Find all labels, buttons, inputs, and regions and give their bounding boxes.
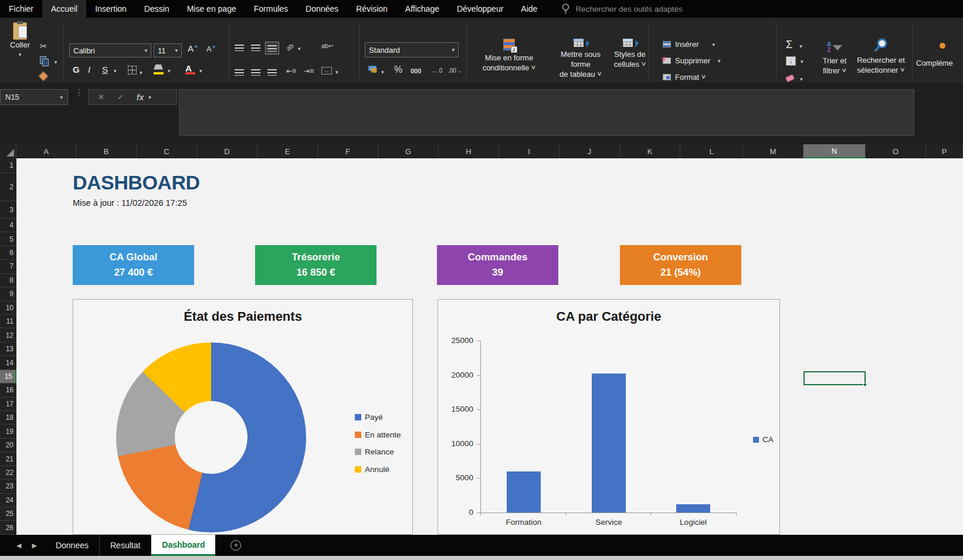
number-format-select[interactable]: Standard▾ xyxy=(365,42,459,57)
row-header-16[interactable]: 16 xyxy=(0,383,16,397)
align-center-icon[interactable] xyxy=(251,69,260,76)
column-header-a[interactable]: A xyxy=(16,144,76,158)
tab-accueil[interactable]: Accueil xyxy=(42,0,86,18)
kpi-card-commandes[interactable]: Commandes39 xyxy=(437,245,558,285)
row-header-21[interactable]: 21 xyxy=(0,452,16,466)
tab-mise-en-page[interactable]: Mise en page xyxy=(178,0,245,18)
row-header-24[interactable]: 24 xyxy=(0,494,16,507)
row-header-19[interactable]: 19 xyxy=(0,425,16,438)
underline-menu-arrow[interactable]: ▾ xyxy=(114,68,117,74)
column-header-b[interactable]: B xyxy=(76,144,137,158)
orientation-icon[interactable]: ab xyxy=(285,42,295,52)
borders-button[interactable]: ▾ xyxy=(128,66,143,76)
align-left-icon[interactable] xyxy=(235,69,244,76)
row-header-13[interactable]: 13 xyxy=(0,342,16,356)
insert-function-icon[interactable]: fx xyxy=(137,93,144,102)
font-size-select[interactable]: 11▾ xyxy=(154,43,182,57)
fill-color-menu-arrow[interactable]: ▾ xyxy=(168,68,171,74)
delete-cells-button[interactable]: ✕ Supprimer▾ xyxy=(663,56,721,65)
bar-logiciel[interactable] xyxy=(676,504,710,513)
accounting-format-button[interactable]: ▾ xyxy=(368,66,384,76)
decrease-decimal-button[interactable]: .00→ xyxy=(448,67,462,74)
format-cells-button[interactable]: Format ˅ xyxy=(663,73,706,82)
format-as-table-button[interactable]: Mettre sous formede tableau ˅ xyxy=(550,39,611,79)
row-header-22[interactable]: 22 xyxy=(0,466,16,480)
sort-filter-button[interactable]: AZ Trier etfiltrer ˅ xyxy=(816,39,853,76)
sheet-grid[interactable]: DASHBOARD Mise à jour : 11/02/2026 17:25… xyxy=(16,158,963,535)
row-header-1[interactable]: 1 xyxy=(0,158,16,173)
orientation-menu-arrow[interactable]: ▾ xyxy=(298,46,301,52)
italic-button[interactable]: I xyxy=(88,65,90,74)
cancel-icon[interactable]: ✕ xyxy=(98,93,104,101)
row-header-4[interactable]: 4 xyxy=(0,219,16,232)
tab-r-vision[interactable]: Révision xyxy=(347,0,396,18)
format-painter-button[interactable] xyxy=(40,73,47,82)
row-header-6[interactable]: 6 xyxy=(0,246,16,260)
select-all-button[interactable] xyxy=(0,144,16,158)
bold-button[interactable]: G xyxy=(73,65,80,74)
column-header-n[interactable]: N xyxy=(803,144,866,158)
font-name-select[interactable]: Calibri▾ xyxy=(69,43,151,57)
autosum-button[interactable]: Σ▾ xyxy=(786,39,802,51)
row-header-20[interactable]: 20 xyxy=(0,439,16,452)
row-header-14[interactable]: 14 xyxy=(0,356,16,369)
active-cell-selection[interactable] xyxy=(803,371,866,385)
clear-button[interactable]: ▾ xyxy=(786,74,803,83)
font-color-button[interactable]: A xyxy=(185,63,195,74)
increase-decimal-button[interactable]: ←.0 xyxy=(432,67,442,74)
decrease-indent-icon[interactable]: ⇤≡ xyxy=(286,67,296,75)
merge-center-button[interactable]: ↔ xyxy=(321,67,332,74)
align-top-icon[interactable] xyxy=(235,45,244,51)
insert-cells-button[interactable]: Insérer▾ xyxy=(663,40,715,49)
column-header-c[interactable]: C xyxy=(137,144,197,158)
row-header-5[interactable]: 5 xyxy=(0,232,16,246)
donut-chart[interactable]: État des Paiements PayéEn attenteRelance… xyxy=(73,299,413,535)
tab-d-veloppeur[interactable]: Développeur xyxy=(448,0,512,18)
comma-style-button[interactable]: 000 xyxy=(411,67,421,74)
row-header-9[interactable]: 9 xyxy=(0,287,16,301)
tab-fichier[interactable]: Fichier xyxy=(0,0,42,18)
cell-styles-button[interactable]: Styles decellules ˅ xyxy=(612,39,647,69)
tab-aide[interactable]: Aide xyxy=(512,0,546,18)
row-header-26[interactable]: 26 xyxy=(0,521,16,534)
row-header-3[interactable]: 3 xyxy=(0,201,16,219)
row-header-17[interactable]: 17 xyxy=(0,398,16,411)
align-right-icon[interactable] xyxy=(267,69,277,76)
row-header-12[interactable]: 12 xyxy=(0,328,16,342)
enter-icon[interactable]: ✓ xyxy=(117,93,124,101)
delete-menu-arrow[interactable]: ▾ xyxy=(718,58,721,64)
column-header-i[interactable]: I xyxy=(499,144,560,158)
cut-button[interactable]: ✂ xyxy=(40,41,48,52)
kpi-card-ca-global[interactable]: CA Global27 400 € xyxy=(73,245,194,285)
sheet-nav-left-icon[interactable]: ◀ xyxy=(16,542,21,549)
column-header-e[interactable]: E xyxy=(257,144,318,158)
row-header-11[interactable]: 11 xyxy=(0,315,16,328)
conditional-formatting-button[interactable]: ≠ Mise en formeconditionnelle ˅ xyxy=(469,39,549,73)
row-header-2[interactable]: 2 xyxy=(0,173,16,201)
bar-formation[interactable] xyxy=(507,471,541,513)
name-box[interactable]: N15▾ xyxy=(0,89,68,105)
sheet-tab-resultat[interactable]: Resultat xyxy=(100,535,151,556)
column-header-j[interactable]: J xyxy=(560,144,620,158)
align-bottom-button[interactable] xyxy=(265,42,279,55)
clear-menu-arrow[interactable]: ▾ xyxy=(800,76,803,82)
formula-input[interactable] xyxy=(179,89,914,136)
bar-chart[interactable]: CA par Catégorie 25000200001500010000500… xyxy=(438,299,780,535)
ribbon-search[interactable]: Rechercher des outils adaptés xyxy=(561,0,682,18)
column-header-d[interactable]: D xyxy=(197,144,257,158)
insert-menu-arrow[interactable]: ▾ xyxy=(712,42,715,47)
wrap-text-button[interactable]: ab↩ xyxy=(321,42,334,49)
row-header-25[interactable]: 25 xyxy=(0,507,16,521)
tab-dessin[interactable]: Dessin xyxy=(135,0,178,18)
fill-color-button[interactable] xyxy=(154,65,164,74)
column-header-p[interactable]: P xyxy=(926,144,963,158)
fill-menu-arrow[interactable]: ▾ xyxy=(801,59,803,65)
kpi-card-tr-sorerie[interactable]: Trésorerie16 850 € xyxy=(255,245,377,285)
row-header-7[interactable]: 7 xyxy=(0,260,16,273)
align-middle-icon[interactable] xyxy=(251,45,260,51)
namebox-splitter[interactable]: ⋮ xyxy=(75,90,83,94)
sheet-tab-donnees[interactable]: Donnees xyxy=(45,535,100,556)
tab-formules[interactable]: Formules xyxy=(245,0,297,18)
column-header-g[interactable]: G xyxy=(378,144,439,158)
sheet-nav-right-icon[interactable]: ▶ xyxy=(32,542,36,549)
